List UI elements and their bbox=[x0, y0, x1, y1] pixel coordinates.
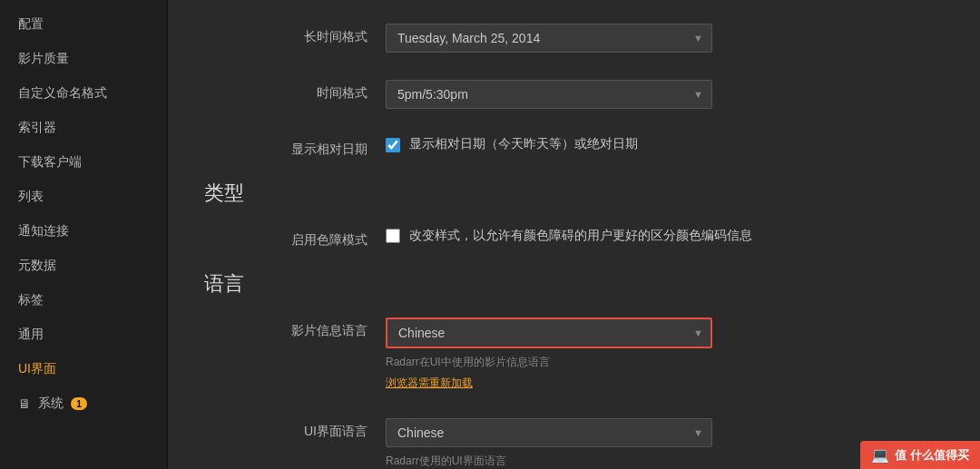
sidebar-item-indexer[interactable]: 索引器 bbox=[0, 111, 167, 145]
relative-date-label: 显示相对日期 bbox=[204, 136, 386, 158]
movie-lang-control: Chinese Radarr在UI中使用的影片信息语言 浏览器需重新加载 bbox=[386, 318, 944, 391]
long-date-label: 长时间格式 bbox=[204, 24, 386, 45]
watermark-text: 值 什么值得买 bbox=[895, 447, 969, 464]
watermark-icon: 💻 bbox=[871, 446, 889, 464]
sidebar-item-label: 系统 bbox=[38, 396, 64, 412]
movie-lang-row: 影片信息语言 Chinese Radarr在UI中使用的影片信息语言 浏览器需重… bbox=[204, 312, 944, 396]
sidebar-item-ui[interactable]: UI界面 bbox=[0, 352, 167, 386]
sidebar-item-label: 列表 bbox=[18, 189, 44, 205]
sidebar-item-metadata[interactable]: 元数据 bbox=[0, 249, 167, 283]
sidebar-item-download[interactable]: 下载客户端 bbox=[0, 145, 167, 180]
time-format-select[interactable]: 5pm/5:30pm bbox=[386, 80, 712, 109]
sidebar-item-label: 配置 bbox=[18, 16, 44, 33]
color-blind-control: 改变样式，以允许有颜色障碍的用户更好的区分颜色编码信息 bbox=[386, 227, 944, 245]
sidebar-item-label: 通知连接 bbox=[18, 223, 69, 239]
sidebar-item-peihi[interactable]: 配置 bbox=[0, 7, 167, 42]
color-blind-label: 启用色障模式 bbox=[204, 227, 386, 249]
sidebar-item-naming[interactable]: 自定义命名格式 bbox=[0, 76, 167, 111]
time-format-select-wrap: 5pm/5:30pm bbox=[386, 80, 712, 109]
relative-date-checkbox-wrap: 显示相对日期（今天昨天等）或绝对日期 bbox=[386, 136, 944, 152]
sidebar-item-label: 影片质量 bbox=[18, 51, 69, 67]
ui-lang-row: UI界面语言 Chinese Radarr使用的UI界面语言 bbox=[204, 413, 944, 469]
sidebar-item-list[interactable]: 列表 bbox=[0, 180, 167, 214]
sidebar-item-notify[interactable]: 通知连接 bbox=[0, 214, 167, 249]
sidebar-item-tags[interactable]: 标签 bbox=[0, 283, 167, 318]
color-blind-checkbox[interactable] bbox=[386, 229, 400, 243]
watermark: 💻 值 什么值得买 bbox=[860, 441, 980, 469]
ui-lang-select[interactable]: Chinese bbox=[386, 418, 712, 447]
sidebar-icon-monitor: 🖥 bbox=[18, 396, 31, 411]
long-date-select[interactable]: Tuesday, March 25, 2014 bbox=[386, 24, 712, 53]
long-date-select-wrap: Tuesday, March 25, 2014 bbox=[386, 24, 712, 53]
time-format-label: 时间格式 bbox=[204, 80, 386, 102]
sidebar: 配置 影片质量 自定义命名格式 索引器 下载客户端 列表 通知连接 元数据 标签… bbox=[0, 0, 168, 469]
sidebar-item-label: 自定义命名格式 bbox=[18, 85, 107, 102]
color-blind-text: 改变样式，以允许有颜色障碍的用户更好的区分颜色编码信息 bbox=[409, 227, 752, 245]
sidebar-item-general[interactable]: 通用 bbox=[0, 318, 167, 352]
sidebar-item-label: 标签 bbox=[18, 292, 44, 308]
main-content: 长时间格式 Tuesday, March 25, 2014 时间格式 5pm/5… bbox=[168, 0, 980, 469]
time-format-row: 时间格式 5pm/5:30pm bbox=[204, 74, 944, 114]
long-date-control: Tuesday, March 25, 2014 bbox=[386, 24, 944, 53]
system-badge: 1 bbox=[71, 397, 87, 410]
movie-lang-hint: Radarr在UI中使用的影片信息语言 bbox=[386, 355, 944, 370]
section-types: 类型 bbox=[204, 180, 944, 207]
long-date-row: 长时间格式 Tuesday, March 25, 2014 bbox=[204, 18, 944, 58]
relative-date-row: 显示相对日期 显示相对日期（今天昨天等）或绝对日期 bbox=[204, 131, 944, 163]
movie-lang-label: 影片信息语言 bbox=[204, 318, 386, 339]
color-blind-row: 启用色障模式 改变样式，以允许有颜色障碍的用户更好的区分颜色编码信息 bbox=[204, 221, 944, 254]
sidebar-item-label: 通用 bbox=[18, 327, 44, 343]
color-blind-checkbox-wrap: 改变样式，以允许有颜色障碍的用户更好的区分颜色编码信息 bbox=[386, 227, 944, 245]
sidebar-item-label: 元数据 bbox=[18, 258, 56, 274]
ui-lang-select-wrap: Chinese bbox=[386, 418, 712, 447]
movie-lang-select[interactable]: Chinese bbox=[386, 318, 712, 348]
sidebar-item-system[interactable]: 🖥 系统 1 bbox=[0, 386, 167, 421]
sidebar-item-label: 索引器 bbox=[18, 120, 56, 136]
relative-date-text: 显示相对日期（今天昨天等）或绝对日期 bbox=[409, 136, 638, 152]
time-format-control: 5pm/5:30pm bbox=[386, 80, 944, 109]
sidebar-item-quality[interactable]: 影片质量 bbox=[0, 42, 167, 76]
section-language: 语言 bbox=[204, 270, 944, 298]
sidebar-item-label: UI界面 bbox=[18, 361, 56, 377]
relative-date-control: 显示相对日期（今天昨天等）或绝对日期 bbox=[386, 136, 944, 152]
sidebar-item-label: 下载客户端 bbox=[18, 154, 82, 171]
relative-date-checkbox[interactable] bbox=[386, 138, 400, 152]
movie-lang-select-wrap: Chinese bbox=[386, 318, 712, 348]
movie-lang-warning[interactable]: 浏览器需重新加载 bbox=[386, 376, 944, 391]
ui-lang-label: UI界面语言 bbox=[204, 418, 386, 440]
